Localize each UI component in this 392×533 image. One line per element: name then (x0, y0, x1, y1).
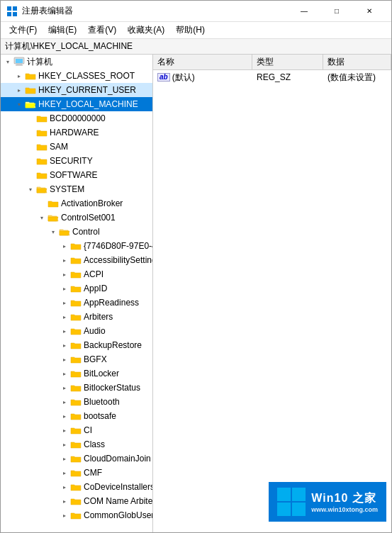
folder-icon (70, 369, 82, 378)
tree-item-ci[interactable]: CI (1, 423, 152, 437)
tree-item-sam[interactable]: SAM (1, 140, 152, 154)
folder-open-icon (25, 99, 36, 109)
tree-item-bcd[interactable]: BCD00000000 (1, 111, 152, 125)
expand-icon[interactable] (36, 212, 47, 223)
expand-icon[interactable] (59, 269, 70, 280)
list-item[interactable]: ab (默认) REG_SZ (数值未设置) (153, 70, 391, 84)
tree-item-appreadiness[interactable]: AppReadiness (1, 296, 152, 310)
folder-icon (70, 397, 82, 407)
tree-item-bgfx[interactable]: BGFX (1, 352, 152, 366)
menu-item[interactable]: 帮助(H) (170, 23, 211, 38)
tree-item-label: Audio (84, 326, 106, 336)
tree-item-bootsafe[interactable]: bootsafe (1, 409, 152, 423)
tree-item-label: BitlockerStatus (84, 383, 140, 393)
tree-item-local-machine[interactable]: HKEY_LOCAL_MACHINE (1, 97, 152, 111)
tree-item-cmf[interactable]: CMF (1, 466, 152, 480)
expand-icon[interactable] (59, 297, 70, 308)
address-bar: 计算机\HKEY_LOCAL_MACHINE (1, 39, 391, 55)
tree-item-hardware[interactable]: HARDWARE (1, 125, 152, 140)
tree-item-software[interactable]: SOFTWARE (1, 168, 152, 182)
folder-icon (36, 128, 47, 138)
minimize-button[interactable]: — (288, 1, 320, 22)
expand-icon[interactable] (59, 425, 70, 436)
expand-icon[interactable] (59, 354, 70, 365)
tree-root-label: 计算机 (27, 56, 52, 68)
tree-item-security[interactable]: SECURITY (1, 154, 152, 168)
expand-icon[interactable] (59, 283, 70, 294)
expand-icon[interactable] (13, 84, 25, 96)
expand-icon[interactable] (59, 368, 70, 379)
tree-item-label: BCD00000000 (50, 113, 106, 123)
tree-item-bluetooth[interactable]: Bluetooth (1, 395, 152, 409)
title-bar: 注册表编辑器 — □ ✕ (1, 1, 391, 22)
tree-item-arbiters[interactable]: Arbiters (1, 310, 152, 324)
expand-icon[interactable] (13, 99, 25, 110)
tree-item-label: CoDeviceInstallers (84, 482, 153, 492)
tree-item-clouddomainjoin[interactable]: CloudDomainJoin (1, 451, 152, 466)
tree-item-appid[interactable]: AppID (1, 281, 152, 296)
tree-item-label: CloudDomainJoin (84, 454, 151, 464)
tree-item-activationbroker[interactable]: ActivationBroker (1, 196, 152, 211)
expand-icon[interactable] (59, 467, 70, 478)
tree-item-current-user[interactable]: HKEY_CURRENT_USER (1, 83, 152, 97)
expand-icon[interactable] (59, 439, 70, 450)
tree-item-label: AccessibilitySettings (84, 255, 153, 265)
close-button[interactable]: ✕ (353, 1, 386, 22)
expand-icon[interactable] (59, 382, 70, 393)
folder-icon (47, 198, 59, 208)
list-header: 名称 类型 数据 (153, 55, 391, 70)
expand-icon[interactable] (13, 70, 25, 82)
menu-item[interactable]: 文件(F) (4, 23, 43, 38)
expand-icon[interactable] (59, 325, 70, 337)
expand-icon[interactable] (59, 254, 70, 266)
tree-item-audio[interactable]: Audio (1, 324, 152, 338)
expand-icon[interactable] (59, 240, 70, 252)
maximize-button[interactable]: □ (320, 1, 353, 22)
tree-item-codeviceinstallers[interactable]: CoDeviceInstallers (1, 480, 152, 494)
expand-icon[interactable] (59, 311, 70, 322)
folder-icon (70, 312, 82, 322)
tree-item-accessibility[interactable]: AccessibilitySettings (1, 253, 152, 267)
expand-icon[interactable] (2, 56, 13, 67)
tree-item-guid[interactable]: {7746D80F-97E0-4E26 (1, 239, 152, 253)
expand-icon[interactable] (47, 226, 59, 237)
col-header-type[interactable]: 类型 (252, 55, 323, 69)
tree-item-bitlockerstatus[interactable]: BitlockerStatus (1, 381, 152, 395)
tree-item-control[interactable]: Control (1, 225, 152, 239)
registry-tree: 计算机 HKEY_CLASSES_ROOT HKEY_CURRE (1, 55, 153, 532)
menu-bar: 文件(F)编辑(E)查看(V)收藏夹(A)帮助(H) (1, 22, 391, 39)
expand-icon[interactable] (59, 340, 70, 351)
tree-item-label: Arbiters (84, 312, 113, 322)
menu-item[interactable]: 编辑(E) (43, 23, 82, 38)
expand-icon[interactable] (59, 481, 70, 493)
expand-icon[interactable] (59, 495, 70, 507)
expand-icon[interactable] (25, 184, 36, 195)
tree-item-label: HKEY_CLASSES_ROOT (38, 71, 135, 81)
tree-item-commonglobuserset[interactable]: CommonGlobUserSet ▾ (1, 508, 152, 522)
tree-item-acpi[interactable]: ACPI (1, 267, 152, 281)
svg-rect-7 (16, 65, 23, 66)
folder-icon (70, 284, 82, 293)
folder-icon (70, 425, 82, 435)
expand-icon (36, 198, 47, 209)
expand-icon[interactable] (59, 453, 70, 464)
folder-icon (70, 354, 82, 364)
tree-item-bitlocker[interactable]: BitLocker (1, 366, 152, 381)
tree-item-comnamearbiter[interactable]: COM Name Arbiter (1, 494, 152, 508)
tree-item-classes-root[interactable]: HKEY_CLASSES_ROOT (1, 69, 152, 83)
tree-item-controlset001[interactable]: ControlSet001 (1, 211, 152, 225)
menu-item[interactable]: 查看(V) (82, 23, 122, 38)
tree-item-label: Control (72, 227, 100, 237)
tree-item-class[interactable]: Class (1, 437, 152, 451)
tree-item-backuprestore[interactable]: BackupRestore (1, 338, 152, 352)
expand-icon[interactable] (59, 410, 70, 422)
expand-icon[interactable] (59, 396, 70, 408)
folder-icon (70, 241, 82, 251)
tree-item-label: HARDWARE (50, 128, 99, 138)
expand-icon[interactable] (59, 510, 70, 521)
tree-root-item[interactable]: 计算机 (1, 55, 152, 69)
menu-item[interactable]: 收藏夹(A) (122, 23, 170, 38)
col-header-data[interactable]: 数据 (323, 55, 391, 69)
col-header-name[interactable]: 名称 (153, 55, 252, 69)
tree-item-system[interactable]: SYSTEM (1, 182, 152, 196)
